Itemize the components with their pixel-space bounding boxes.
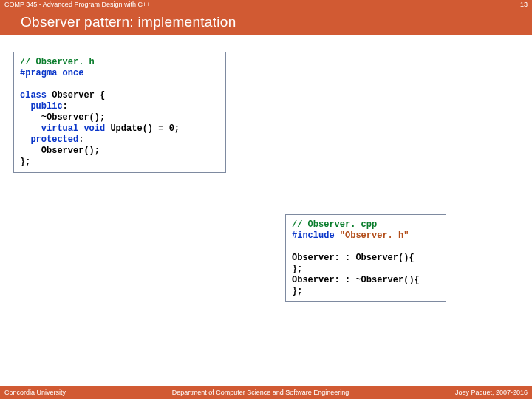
code-observer-h: // Observer. h #pragma once class Observ…	[13, 52, 226, 173]
code-line: Observer: : Observer(){	[292, 253, 415, 263]
code-line: };	[20, 157, 30, 167]
slide-title: Observer pattern: implementation	[21, 14, 236, 30]
page-number: 13	[520, 0, 528, 10]
footer-left: Concordia University	[4, 389, 66, 396]
code-keyword: virtual void	[20, 123, 105, 134]
code-keyword: class	[20, 90, 47, 100]
code-preproc: #include	[292, 231, 340, 241]
code-keyword: protected	[20, 134, 78, 145]
code-text: :	[63, 101, 68, 112]
footer-right: Joey Paquet, 2007-2016	[455, 389, 528, 396]
code-line: };	[292, 264, 302, 274]
code-text: Observer {	[47, 90, 105, 100]
code-line: };	[292, 286, 302, 296]
code-line: Observer: : ~Observer(){	[292, 275, 420, 285]
code-string: "Observer. h"	[340, 231, 409, 241]
top-meta-bar: COMP 345 - Advanced Program Design with …	[0, 0, 532, 10]
code-line: // Observer. cpp	[292, 219, 377, 230]
code-keyword: public	[20, 101, 63, 112]
code-line: Observer();	[20, 146, 100, 156]
code-line: #pragma once	[20, 68, 83, 78]
code-line: ~Observer();	[20, 112, 105, 123]
code-observer-cpp: // Observer. cpp #include "Observer. h" …	[285, 214, 446, 302]
code-line: // Observer. h	[20, 57, 95, 67]
footer-bar: Concordia University Department of Compu…	[0, 386, 532, 399]
footer-center: Department of Computer Science and Softw…	[172, 389, 349, 396]
slide-body: // Observer. h #pragma once class Observ…	[0, 44, 532, 386]
code-text: Update() = 0;	[105, 123, 180, 134]
slide: COMP 345 - Advanced Program Design with …	[0, 0, 532, 399]
course-label: COMP 345 - Advanced Program Design with …	[4, 0, 150, 10]
code-text: :	[78, 134, 83, 145]
title-bar: Observer pattern: implementation	[0, 10, 532, 35]
